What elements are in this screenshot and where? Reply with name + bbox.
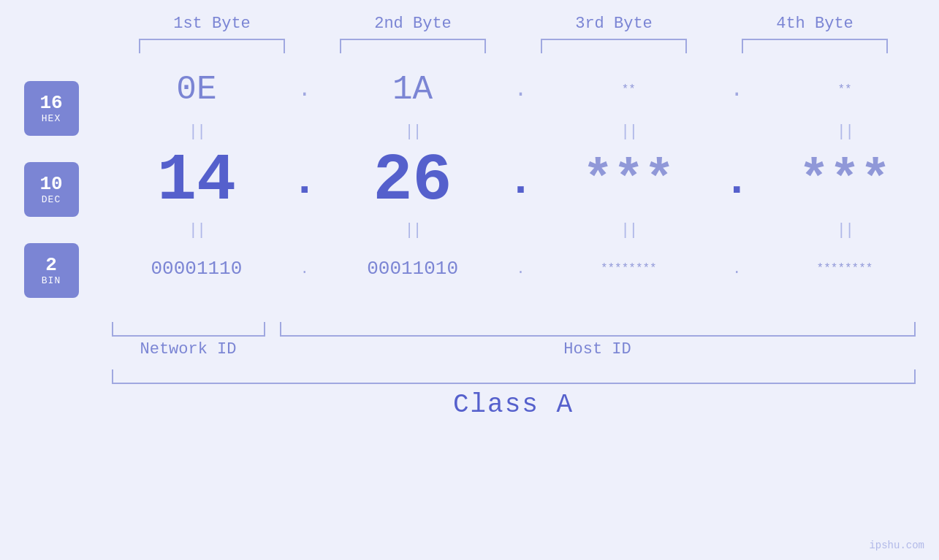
dec-cell-3: *** xyxy=(548,156,709,207)
badges-column: 16 HEX 10 DEC 2 BIN xyxy=(0,61,102,318)
eq2-2: || xyxy=(332,221,493,239)
bin-cell-3: ******** xyxy=(548,262,709,275)
hex-cell-3: ** xyxy=(548,83,709,96)
badge-dec-unit: DEC xyxy=(42,194,61,205)
bin-dot-2: . xyxy=(506,261,535,277)
hex-value-2: 1A xyxy=(392,71,433,109)
bracket-bottom-network xyxy=(112,322,265,337)
eq-2: || xyxy=(332,123,493,141)
bin-value-2: 00011010 xyxy=(367,258,458,280)
bracket-top-3 xyxy=(541,39,687,53)
hex-dot-1: . xyxy=(290,77,319,102)
equals-row-2: || || || || xyxy=(102,218,939,243)
hex-dot-2: . xyxy=(506,77,535,102)
hex-cell-2: 1A xyxy=(332,71,493,109)
bracket-tops xyxy=(112,39,916,53)
bin-dot-3: . xyxy=(722,261,751,277)
class-bracket xyxy=(112,369,916,384)
badge-hex: 16 HEX xyxy=(24,81,79,136)
dec-cell-1: 14 xyxy=(116,148,277,214)
bracket-top-4 xyxy=(742,39,888,53)
data-columns: 0E . 1A . ** . ** xyxy=(102,61,939,318)
dec-value-1: 14 xyxy=(157,148,236,214)
eq-1: || xyxy=(116,123,277,141)
dec-cell-4: *** xyxy=(764,156,925,207)
byte-label-3: 3rd Byte xyxy=(533,15,694,33)
badge-hex-num: 16 xyxy=(39,93,62,114)
dec-dot-1: . xyxy=(290,159,319,203)
bin-row: 00001110 . 00011010 . ******** . xyxy=(102,243,939,294)
class-label-row: Class A xyxy=(112,390,916,420)
bin-value-4: ******** xyxy=(817,262,873,275)
dec-cell-2: 26 xyxy=(332,148,493,214)
bin-dot-1: . xyxy=(290,261,319,277)
id-labels: Network ID Host ID xyxy=(112,340,916,358)
dec-value-2: 26 xyxy=(373,148,452,214)
bin-value-1: 00001110 xyxy=(151,258,243,280)
bin-cell-2: 00011010 xyxy=(332,258,493,280)
dec-value-4: *** xyxy=(799,156,891,207)
byte-label-1: 1st Byte xyxy=(132,15,292,33)
eq-4: || xyxy=(764,123,925,141)
hex-value-4: ** xyxy=(837,83,851,96)
badge-dec: 10 DEC xyxy=(24,162,79,217)
badge-bin: 2 BIN xyxy=(24,243,79,298)
content-area: 16 HEX 10 DEC 2 BIN 0E . xyxy=(0,61,939,318)
bracket-top-1 xyxy=(139,39,285,53)
dec-value-3: *** xyxy=(582,156,674,207)
eq-3: || xyxy=(548,123,709,141)
badge-hex-unit: HEX xyxy=(42,113,61,124)
bin-cell-4: ******** xyxy=(764,262,925,275)
dec-dot-3: . xyxy=(722,159,751,203)
watermark: ipshu.com xyxy=(869,540,924,551)
byte-label-2: 2nd Byte xyxy=(332,15,493,33)
class-area: Class A xyxy=(112,369,916,420)
bin-cell-1: 00001110 xyxy=(116,258,277,280)
bottom-area: Network ID Host ID Class A xyxy=(112,322,916,420)
eq2-3: || xyxy=(548,221,709,239)
hex-value-3: ** xyxy=(622,83,636,96)
badge-bin-num: 2 xyxy=(45,255,57,276)
badge-dec-num: 10 xyxy=(39,174,62,195)
byte-label-4: 4th Byte xyxy=(734,15,895,33)
byte-headers: 1st Byte 2nd Byte 3rd Byte 4th Byte xyxy=(112,15,916,33)
hex-cell-1: 0E xyxy=(116,71,277,109)
dec-row: 14 . 26 . *** . *** xyxy=(102,145,939,218)
bracket-bottoms xyxy=(112,322,916,337)
hex-cell-4: ** xyxy=(764,83,925,96)
class-label: Class A xyxy=(453,390,574,420)
main-container: 1st Byte 2nd Byte 3rd Byte 4th Byte 16 H… xyxy=(0,0,939,560)
bracket-top-2 xyxy=(340,39,486,53)
eq2-1: || xyxy=(116,221,277,239)
dec-dot-2: . xyxy=(506,159,535,203)
hex-dot-3: . xyxy=(722,77,751,102)
bracket-bottom-host xyxy=(280,322,916,337)
host-id-label: Host ID xyxy=(280,340,916,358)
bin-value-3: ******** xyxy=(601,262,657,275)
hex-value-1: 0E xyxy=(176,71,216,109)
hex-row: 0E . 1A . ** . ** xyxy=(102,61,939,119)
network-id-label: Network ID xyxy=(112,340,265,358)
eq2-4: || xyxy=(764,221,925,239)
badge-bin-unit: BIN xyxy=(42,275,61,286)
equals-row: || || || || xyxy=(102,119,939,145)
